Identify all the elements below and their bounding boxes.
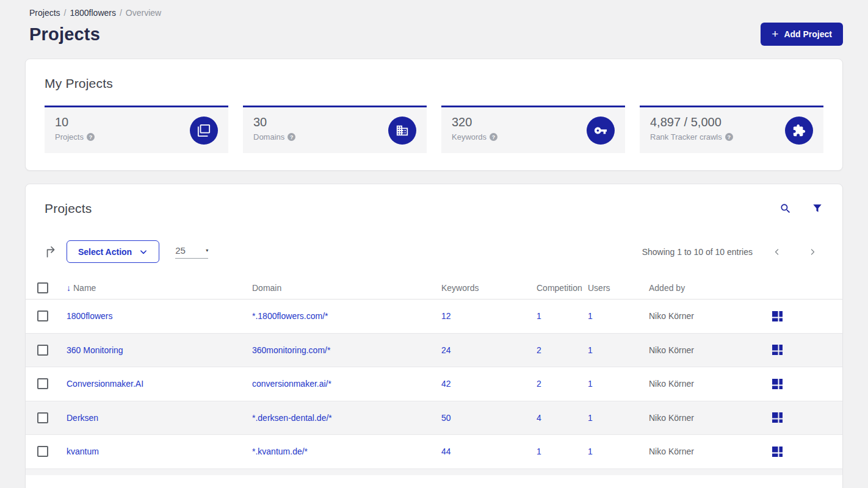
sort-desc-icon: ↓ bbox=[67, 283, 71, 293]
select-action-label: Select Action bbox=[78, 247, 132, 257]
page-title: Projects bbox=[29, 24, 100, 45]
help-icon[interactable]: ? bbox=[288, 133, 295, 141]
competition-count[interactable]: 1 bbox=[537, 447, 541, 456]
table-row: Derksen *.derksen-dental.de/* 50 4 1 Nik… bbox=[26, 401, 842, 436]
table-row: kvantum *.kvantum.de/* 44 1 1 Niko Körne… bbox=[26, 435, 842, 469]
select-action-dropdown[interactable]: Select Action bbox=[67, 240, 159, 263]
competition-count[interactable]: 2 bbox=[537, 345, 541, 355]
filter-icon[interactable] bbox=[811, 203, 823, 215]
next-page-icon[interactable] bbox=[804, 246, 821, 258]
add-project-label: Add Project bbox=[784, 29, 832, 39]
competition-count[interactable]: 4 bbox=[537, 413, 541, 423]
project-domain-link[interactable]: *.derksen-dental.de/* bbox=[252, 413, 332, 423]
stat-rank-tracker: 4,897 / 5,000 Rank Tracker crawls ? bbox=[640, 106, 823, 153]
table-body: 1800flowers *.1800flowers.com/* 12 1 1 N… bbox=[26, 300, 842, 469]
users-count[interactable]: 1 bbox=[588, 413, 593, 423]
column-header-competition[interactable]: Competition bbox=[537, 283, 588, 293]
stat-rank-tracker-label: Rank Tracker crawls bbox=[650, 132, 722, 142]
dashboard-icon[interactable] bbox=[771, 411, 784, 424]
help-icon[interactable]: ? bbox=[490, 133, 497, 141]
stat-domains-label: Domains bbox=[253, 132, 284, 142]
help-icon[interactable]: ? bbox=[87, 133, 95, 141]
competition-count[interactable]: 1 bbox=[537, 311, 541, 321]
select-all-checkbox[interactable] bbox=[37, 282, 48, 293]
column-header-keywords[interactable]: Keywords bbox=[441, 283, 537, 293]
table-toolbar: Select Action 25 ▾ Showing 1 to 10 of 10… bbox=[26, 240, 842, 263]
dashboard-icon[interactable] bbox=[771, 378, 784, 390]
key-icon bbox=[587, 117, 615, 145]
add-project-button[interactable]: + Add Project bbox=[761, 23, 843, 46]
stat-domains: 30 Domains ? bbox=[243, 106, 427, 153]
added-by-text: Niko Körner bbox=[649, 413, 694, 423]
row-checkbox[interactable] bbox=[37, 345, 48, 356]
competition-count[interactable]: 2 bbox=[537, 379, 541, 389]
breadcrumb-1800flowers[interactable]: 1800flowers bbox=[70, 8, 116, 18]
column-header-name[interactable]: ↓ Name bbox=[67, 283, 252, 293]
added-by-text: Niko Körner bbox=[649, 345, 694, 355]
page-size-value: 25 bbox=[175, 245, 186, 256]
page: Projects/1800flowers/Overview Projects +… bbox=[0, 0, 868, 488]
dashboard-icon[interactable] bbox=[771, 310, 784, 323]
table-row: 360 Monitoring 360monitoring.com/* 24 2 … bbox=[26, 334, 842, 368]
projects-table-title: Projects bbox=[45, 201, 92, 216]
row-checkbox[interactable] bbox=[37, 310, 48, 321]
users-count[interactable]: 1 bbox=[588, 447, 593, 456]
column-header-users[interactable]: Users bbox=[588, 283, 649, 293]
plus-icon: + bbox=[772, 28, 778, 40]
stat-projects: 10 Projects ? bbox=[45, 106, 228, 153]
table-row: 1800flowers *.1800flowers.com/* 12 1 1 N… bbox=[26, 300, 842, 334]
projects-table: ↓ Name Domain Keywords Competition Users… bbox=[26, 276, 842, 475]
caret-down-icon: ▾ bbox=[206, 248, 208, 253]
my-projects-title: My Projects bbox=[45, 76, 823, 91]
users-count[interactable]: 1 bbox=[588, 345, 593, 355]
search-icon[interactable] bbox=[779, 203, 792, 215]
page-header: Projects + Add Project bbox=[25, 23, 843, 46]
users-count[interactable]: 1 bbox=[588, 379, 593, 389]
help-icon[interactable]: ? bbox=[725, 133, 733, 141]
keywords-count[interactable]: 42 bbox=[441, 379, 451, 389]
project-name-link[interactable]: 360 Monitoring bbox=[67, 345, 123, 355]
column-header-domain[interactable]: Domain bbox=[252, 283, 441, 293]
table-row: Conversionmaker.AI conversionmaker.ai/* … bbox=[26, 367, 842, 401]
row-checkbox[interactable] bbox=[37, 446, 48, 457]
row-checkbox[interactable] bbox=[37, 412, 48, 423]
breadcrumb-overview: Overview bbox=[126, 8, 161, 18]
users-count[interactable]: 1 bbox=[588, 311, 593, 321]
building-icon bbox=[388, 117, 416, 145]
keywords-count[interactable]: 24 bbox=[441, 345, 451, 355]
keywords-count[interactable]: 50 bbox=[441, 413, 451, 423]
keywords-count[interactable]: 44 bbox=[441, 447, 451, 456]
row-checkbox[interactable] bbox=[37, 378, 48, 389]
project-name-link[interactable]: kvantum bbox=[67, 447, 99, 456]
keywords-count[interactable]: 12 bbox=[441, 311, 451, 321]
project-domain-link[interactable]: *.1800flowers.com/* bbox=[252, 311, 328, 321]
showing-entries-text: Showing 1 to 10 of 10 entries bbox=[642, 247, 753, 257]
added-by-text: Niko Körner bbox=[649, 447, 694, 456]
dashboard-icon[interactable] bbox=[771, 445, 784, 458]
pagination bbox=[769, 246, 821, 258]
copy-icon bbox=[190, 117, 218, 145]
project-name-link[interactable]: Derksen bbox=[67, 413, 98, 423]
table-row-partial bbox=[26, 469, 842, 475]
prev-page-icon[interactable] bbox=[769, 246, 786, 258]
export-icon[interactable] bbox=[45, 245, 58, 259]
page-size-select[interactable]: 25 ▾ bbox=[175, 245, 208, 259]
project-name-link[interactable]: Conversionmaker.AI bbox=[67, 379, 143, 389]
project-name-link[interactable]: 1800flowers bbox=[67, 311, 113, 321]
breadcrumb-projects[interactable]: Projects bbox=[29, 8, 60, 18]
table-header-row: ↓ Name Domain Keywords Competition Users… bbox=[26, 276, 842, 300]
project-domain-link[interactable]: 360monitoring.com/* bbox=[252, 345, 330, 355]
added-by-text: Niko Körner bbox=[649, 379, 694, 389]
added-by-text: Niko Körner bbox=[649, 311, 694, 321]
dashboard-icon[interactable] bbox=[771, 343, 784, 356]
my-projects-card: My Projects 10 Projects ? 30 Domains bbox=[25, 59, 843, 171]
projects-card: Projects Select Action 25 bbox=[25, 184, 843, 488]
stat-keywords-label: Keywords bbox=[452, 132, 486, 142]
stats-row: 10 Projects ? 30 Domains ? bbox=[45, 106, 823, 153]
project-domain-link[interactable]: conversionmaker.ai/* bbox=[252, 379, 331, 389]
stat-keywords: 320 Keywords ? bbox=[441, 106, 625, 153]
project-domain-link[interactable]: *.kvantum.de/* bbox=[252, 447, 308, 456]
column-header-added-by[interactable]: Added by bbox=[649, 283, 771, 293]
breadcrumb: Projects/1800flowers/Overview bbox=[25, 8, 843, 18]
stat-projects-label: Projects bbox=[55, 132, 84, 142]
